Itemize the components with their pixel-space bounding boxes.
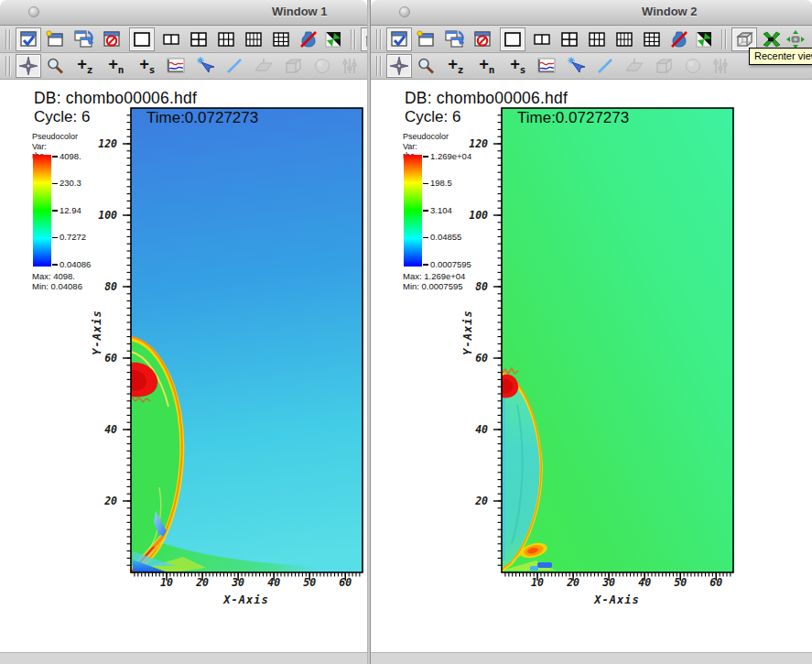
box-tool-button[interactable] xyxy=(653,55,675,77)
tick-label: 20 xyxy=(188,576,217,589)
active-window-toggle-button[interactable] xyxy=(16,27,41,51)
axis-tool-button[interactable] xyxy=(709,55,731,77)
titlebar-button[interactable] xyxy=(28,6,39,17)
layout-2x4-button[interactable] xyxy=(243,28,265,50)
new-window-button[interactable] xyxy=(415,28,437,50)
layout-1x1-icon xyxy=(503,29,523,49)
mode-toolbar: +z +n +s xyxy=(0,53,367,80)
zoom-mode-button[interactable] xyxy=(415,55,437,77)
titlebar[interactable]: Window 2 xyxy=(371,0,812,26)
layout-1x2-button[interactable] xyxy=(531,28,553,50)
node-pick-button[interactable]: +n xyxy=(105,55,127,77)
toolbar-grip[interactable] xyxy=(376,29,383,49)
window-toolbar xyxy=(371,26,812,53)
zoom-mode-button[interactable] xyxy=(44,55,66,77)
navigate-mode-button[interactable] xyxy=(386,54,412,78)
sphere-tool-button[interactable] xyxy=(311,55,333,77)
pick-mode-button[interactable] xyxy=(194,55,216,77)
colorbar-tick-label: 0.04086 xyxy=(52,260,91,269)
layout-1x1-button[interactable] xyxy=(129,27,155,51)
colorbar-tick-label: 0.0007595 xyxy=(423,260,471,269)
layout-2x2-button[interactable] xyxy=(188,28,210,50)
draw-plots-button[interactable] xyxy=(322,28,344,50)
colorbar-tick-label: 230.3 xyxy=(52,179,81,188)
new-window-icon xyxy=(45,29,65,49)
node-pick-button[interactable]: +n xyxy=(476,55,498,77)
delete-window-button[interactable] xyxy=(471,28,493,50)
layout-3x3-button[interactable] xyxy=(641,28,663,50)
navigate-mode-button[interactable] xyxy=(16,54,41,78)
colorbar[interactable] xyxy=(33,155,51,267)
delete-window-button[interactable] xyxy=(101,28,123,50)
clone-window-button[interactable] xyxy=(443,28,465,50)
colorbar[interactable] xyxy=(404,155,422,267)
recenter-view-tooltip: Recenter view xyxy=(749,48,812,65)
perspective-view-button[interactable] xyxy=(361,27,367,51)
cycle-annotation: Cycle: 6 xyxy=(405,108,460,126)
recenter-view-button[interactable] xyxy=(785,28,807,50)
toolbar-grip[interactable] xyxy=(5,29,12,49)
db-annotation: DB: chombo00006.hdf xyxy=(34,89,197,108)
sphere-tool-button[interactable] xyxy=(682,55,704,77)
navigate-compass-icon xyxy=(389,56,409,76)
zone-pick-button[interactable]: +z xyxy=(445,55,467,77)
spreadsheet-pick-button[interactable]: +s xyxy=(507,55,529,77)
layout-2x3-button[interactable] xyxy=(215,28,237,50)
layout-1x1-button[interactable] xyxy=(500,27,525,51)
toolbar-grip[interactable] xyxy=(351,29,357,49)
layout-2x4-button[interactable] xyxy=(613,28,635,50)
toolbar-grip[interactable] xyxy=(376,56,383,76)
box-tool-button[interactable] xyxy=(282,55,304,77)
layout-1x2-button[interactable] xyxy=(160,28,182,50)
draw-plots-button[interactable] xyxy=(693,28,715,50)
new-window-button[interactable] xyxy=(44,28,66,50)
titlebar-button[interactable] xyxy=(399,6,410,17)
node-pick-icon: +n xyxy=(480,57,495,75)
zone-pick-icon: +z xyxy=(78,57,93,75)
colorbar-tick-label: 1.269e+04 xyxy=(423,152,471,161)
titlebar[interactable]: Window 1 xyxy=(0,0,367,26)
axis-tool-button[interactable] xyxy=(339,55,361,77)
active-window-toggle-button[interactable] xyxy=(386,27,412,51)
layout-2x2-button[interactable] xyxy=(558,28,580,50)
x-axis-title: X-Axis xyxy=(210,593,283,606)
toolbar-grip[interactable] xyxy=(721,29,728,49)
layout-3x3-button[interactable] xyxy=(270,28,292,50)
zone-pick-button[interactable]: +z xyxy=(74,55,96,77)
layout-1x2-icon xyxy=(532,29,552,49)
pick-arrow-icon xyxy=(195,56,215,76)
toolbar-grip[interactable] xyxy=(5,56,12,76)
pseudocolor-plot[interactable] xyxy=(119,103,368,583)
delete-window-icon xyxy=(102,29,122,49)
hide-active-plots-button[interactable] xyxy=(668,28,690,50)
curve-lineout-button[interactable] xyxy=(536,55,558,77)
lineout-mode-button[interactable] xyxy=(223,55,245,77)
curve-lineout-button[interactable] xyxy=(165,55,187,77)
vis-window-1: Window 1 +z +n +s xyxy=(0,0,368,664)
tick-label: 20 xyxy=(459,495,488,507)
lineout-line-icon xyxy=(224,56,244,76)
pick-mode-button[interactable] xyxy=(565,55,587,77)
lineout-mode-button[interactable] xyxy=(594,55,616,77)
recenter-view-icon xyxy=(785,29,806,49)
plane-tool-button[interactable] xyxy=(253,55,275,77)
box-tool-icon xyxy=(654,56,674,76)
magnifier-icon xyxy=(45,56,65,76)
layout-2x3-button[interactable] xyxy=(586,28,608,50)
colorbar-tick-label: 4098. xyxy=(52,152,81,161)
curve-plot-icon xyxy=(536,56,557,76)
layout-2x4-icon xyxy=(614,29,634,49)
perspective-view-icon xyxy=(734,29,754,49)
plane-tool-button[interactable] xyxy=(623,55,645,77)
tick-label: 20 xyxy=(88,495,117,507)
tick-label: 50 xyxy=(666,576,695,589)
hide-active-plots-button[interactable] xyxy=(298,28,319,50)
reset-view-button[interactable] xyxy=(760,28,782,50)
hide-active-plots-icon xyxy=(669,29,689,49)
spreadsheet-pick-button[interactable]: +s xyxy=(136,55,158,77)
clone-window-icon xyxy=(444,29,464,49)
x-axis-title: X-Axis xyxy=(580,593,654,606)
window-title: Window 2 xyxy=(642,5,698,18)
pseudocolor-plot[interactable] xyxy=(490,103,742,583)
clone-window-button[interactable] xyxy=(72,28,94,50)
